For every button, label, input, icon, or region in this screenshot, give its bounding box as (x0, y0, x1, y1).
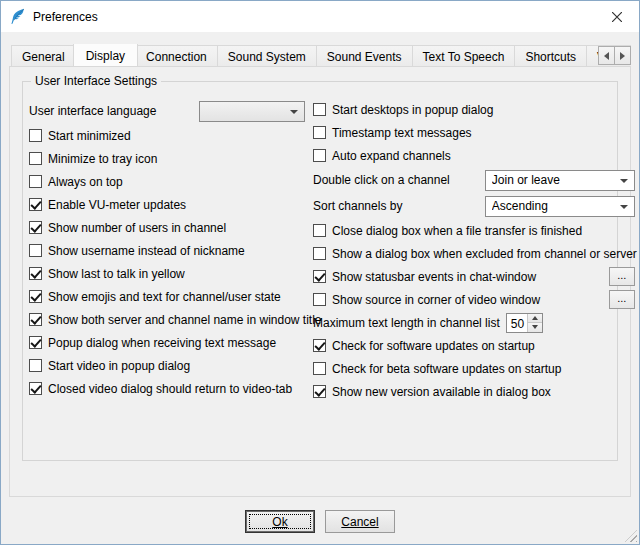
checkbox-show-username-instead-of-nickname[interactable]: Show username instead of nickname (29, 239, 307, 262)
checkbox-show-last-to-talk-in-yellow[interactable]: Show last to talk in yellow (29, 262, 307, 285)
preferences-window: Preferences General Display Connection S… (0, 0, 640, 545)
checkbox-label: Show source in corner of video window (332, 293, 540, 307)
checkbox-start-video-in-popup[interactable]: Start video in popup dialog (29, 354, 307, 377)
close-icon (612, 12, 622, 22)
checkbox-box (313, 247, 326, 260)
tab-bar: General Display Connection Sound System … (9, 44, 631, 66)
video-source-browse-button[interactable]: ... (609, 290, 635, 309)
tab-shortcuts[interactable]: Shortcuts (514, 45, 587, 66)
left-column: User interface language Start minimized … (29, 98, 307, 403)
spin-value: 50 (507, 314, 527, 332)
app-icon (9, 8, 26, 25)
arrow-up-icon (532, 316, 538, 320)
titlebar[interactable]: Preferences (1, 1, 639, 32)
double-click-combobox[interactable]: Join or leave (485, 170, 635, 191)
close-button[interactable] (594, 1, 639, 32)
sort-channels-combobox[interactable]: Ascending (485, 196, 635, 217)
checkbox-box (313, 270, 326, 283)
spin-up-button[interactable] (528, 314, 542, 323)
checkbox-check-software-updates[interactable]: Check for software updates on startup (313, 334, 637, 357)
checkbox-show-emojis-and-text[interactable]: Show emojis and text for channel/user st… (29, 285, 307, 308)
checkbox-start-desktops-in-popup[interactable]: Start desktops in popup dialog (313, 98, 637, 121)
checkbox-auto-expand-channels[interactable]: Auto expand channels (313, 144, 637, 167)
tab-scroll-buttons (599, 46, 631, 65)
checkbox-box (313, 103, 326, 116)
checkbox-label: Start video in popup dialog (48, 359, 190, 373)
checkbox-show-new-version-dialog[interactable]: Show new version available in dialog box (313, 380, 637, 403)
checkbox-label: Show number of users in channel (48, 221, 226, 235)
checkbox-box (29, 290, 42, 303)
checkbox-always-on-top[interactable]: Always on top (29, 170, 307, 193)
checkbox-label: Auto expand channels (332, 149, 451, 163)
checkbox-label: Closed video dialog should return to vid… (48, 382, 292, 396)
ok-button[interactable]: Ok (245, 510, 315, 533)
checkbox-check-beta-updates[interactable]: Check for beta software updates on start… (313, 357, 637, 380)
chevron-down-icon (620, 205, 628, 209)
tab-display[interactable]: Display (73, 44, 138, 66)
checkbox-show-source-corner-video[interactable]: Show source in corner of video window ..… (313, 288, 637, 311)
checkbox-close-dialog-file-transfer[interactable]: Close dialog box when a file transfer is… (313, 219, 637, 242)
checkbox-label: Show both server and channel name in win… (48, 313, 322, 327)
checkbox-label: Show a dialog box when excluded from cha… (332, 247, 637, 261)
arrow-left-icon (604, 52, 609, 60)
checkbox-label: Popup dialog when receiving text message (48, 336, 276, 350)
tab-scroll-left-button[interactable] (598, 46, 615, 65)
checkbox-timestamp-text-messages[interactable]: Timestamp text messages (313, 121, 637, 144)
checkbox-box (29, 198, 42, 211)
statusbar-events-browse-button[interactable]: ... (609, 267, 635, 286)
tab-text-to-speech[interactable]: Text To Speech (412, 45, 516, 66)
checkbox-show-server-and-channel-in-title[interactable]: Show both server and channel name in win… (29, 308, 307, 331)
settings-columns: User interface language Start minimized … (29, 98, 609, 403)
checkbox-start-minimized[interactable]: Start minimized (29, 124, 307, 147)
max-text-length-label: Maximum text length in channel list (313, 316, 500, 330)
checkbox-enable-vu-meter-updates[interactable]: Enable VU-meter updates (29, 193, 307, 216)
tab-general[interactable]: General (11, 45, 76, 66)
dialog-buttons: Ok Cancel (1, 497, 639, 544)
cancel-button[interactable]: Cancel (325, 510, 395, 533)
language-row: User interface language (29, 98, 307, 124)
checkbox-minimize-to-tray-icon[interactable]: Minimize to tray icon (29, 147, 307, 170)
checkbox-box (29, 221, 42, 234)
window-title: Preferences (33, 10, 98, 24)
double-click-row: Double click on a channel Join or leave (313, 167, 637, 193)
tab-connection[interactable]: Connection (135, 45, 218, 66)
language-combobox[interactable] (199, 101, 305, 122)
double-click-label: Double click on a channel (313, 173, 450, 187)
checkbox-label: Show new version available in dialog box (332, 385, 551, 399)
checkbox-label: Enable VU-meter updates (48, 198, 186, 212)
chevron-down-icon (620, 179, 628, 183)
checkbox-closed-video-return-video-tab[interactable]: Closed video dialog should return to vid… (29, 377, 307, 400)
checkbox-show-number-of-users-in-channel[interactable]: Show number of users in channel (29, 216, 307, 239)
arrow-right-icon (620, 52, 625, 60)
checkbox-box (29, 382, 42, 395)
checkbox-box (313, 339, 326, 352)
checkbox-show-statusbar-events[interactable]: Show statusbar events in chat-window ... (313, 265, 637, 288)
spin-down-button[interactable] (528, 322, 542, 332)
tab-sound-events[interactable]: Sound Events (316, 45, 413, 66)
checkbox-box (313, 126, 326, 139)
checkbox-label: Check for beta software updates on start… (332, 362, 561, 376)
checkbox-box (29, 244, 42, 257)
arrow-down-icon (532, 325, 538, 329)
chevron-down-icon (290, 110, 298, 114)
checkbox-box (29, 129, 42, 142)
group-title: User Interface Settings (31, 74, 161, 88)
checkbox-box (313, 224, 326, 237)
checkbox-box (313, 362, 326, 375)
double-click-combo-value: Join or leave (492, 173, 560, 187)
checkbox-label: Show username instead of nickname (48, 244, 245, 258)
checkbox-box (29, 267, 42, 280)
spin-buttons (527, 314, 542, 332)
checkbox-dialog-when-excluded[interactable]: Show a dialog box when excluded from cha… (313, 242, 637, 265)
checkbox-label: Close dialog box when a file transfer is… (332, 224, 582, 238)
display-tab-panel: User Interface Settings User interface l… (9, 66, 631, 497)
checkbox-box (313, 385, 326, 398)
feather-logo-icon (9, 8, 26, 25)
checkbox-label: Show statusbar events in chat-window (332, 270, 536, 284)
tab-sound-system[interactable]: Sound System (217, 45, 317, 66)
checkbox-box (29, 175, 42, 188)
tab-scroll-right-button[interactable] (614, 46, 631, 65)
checkbox-popup-dialog-text-message[interactable]: Popup dialog when receiving text message (29, 331, 307, 354)
checkbox-box (29, 152, 42, 165)
max-text-length-spinbox[interactable]: 50 (506, 313, 543, 333)
